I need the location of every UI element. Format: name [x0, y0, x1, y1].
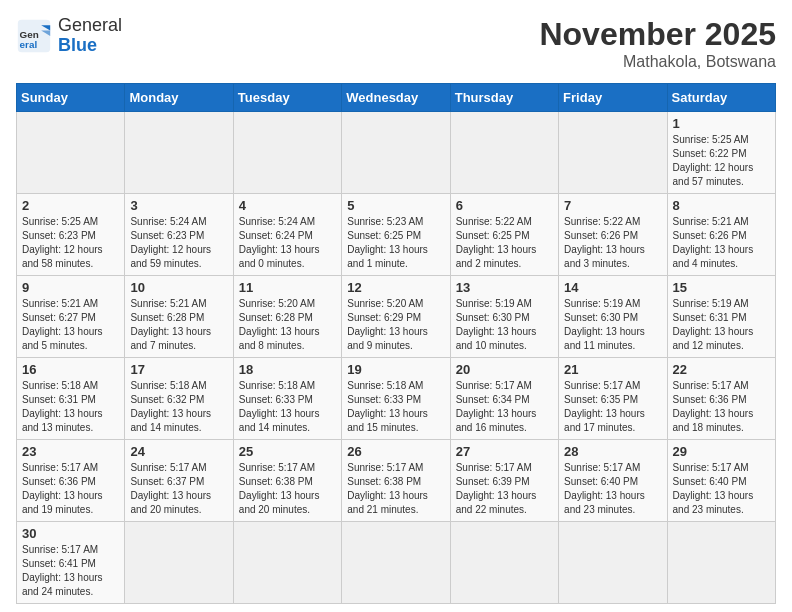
- empty-cell: [342, 112, 450, 194]
- header-monday: Monday: [125, 84, 233, 112]
- calendar-row-4: 16 Sunrise: 5:18 AM Sunset: 6:31 PM Dayl…: [17, 358, 776, 440]
- header-wednesday: Wednesday: [342, 84, 450, 112]
- svg-text:eral: eral: [20, 38, 38, 49]
- calendar-row-5: 23 Sunrise: 5:17 AM Sunset: 6:36 PM Dayl…: [17, 440, 776, 522]
- day-8: 8 Sunrise: 5:21 AM Sunset: 6:26 PM Dayli…: [667, 194, 775, 276]
- logo: Gen eral General Blue: [16, 16, 122, 56]
- empty-cell: [125, 112, 233, 194]
- day-13: 13 Sunrise: 5:19 AM Sunset: 6:30 PM Dayl…: [450, 276, 558, 358]
- logo-icon: Gen eral: [16, 18, 52, 54]
- calendar-row-2: 2 Sunrise: 5:25 AM Sunset: 6:23 PM Dayli…: [17, 194, 776, 276]
- empty-cell: [233, 522, 341, 604]
- day-18: 18 Sunrise: 5:18 AM Sunset: 6:33 PM Dayl…: [233, 358, 341, 440]
- empty-cell: [450, 522, 558, 604]
- calendar-row-6: 30 Sunrise: 5:17 AM Sunset: 6:41 PM Dayl…: [17, 522, 776, 604]
- calendar-row-3: 9 Sunrise: 5:21 AM Sunset: 6:27 PM Dayli…: [17, 276, 776, 358]
- day-7: 7 Sunrise: 5:22 AM Sunset: 6:26 PM Dayli…: [559, 194, 667, 276]
- day-21: 21 Sunrise: 5:17 AM Sunset: 6:35 PM Dayl…: [559, 358, 667, 440]
- day-22: 22 Sunrise: 5:17 AM Sunset: 6:36 PM Dayl…: [667, 358, 775, 440]
- day-19: 19 Sunrise: 5:18 AM Sunset: 6:33 PM Dayl…: [342, 358, 450, 440]
- day-27: 27 Sunrise: 5:17 AM Sunset: 6:39 PM Dayl…: [450, 440, 558, 522]
- day-12: 12 Sunrise: 5:20 AM Sunset: 6:29 PM Dayl…: [342, 276, 450, 358]
- empty-cell: [342, 522, 450, 604]
- day-11: 11 Sunrise: 5:20 AM Sunset: 6:28 PM Dayl…: [233, 276, 341, 358]
- day-30: 30 Sunrise: 5:17 AM Sunset: 6:41 PM Dayl…: [17, 522, 125, 604]
- day-1: 1 Sunrise: 5:25 AM Sunset: 6:22 PM Dayli…: [667, 112, 775, 194]
- empty-cell: [667, 522, 775, 604]
- empty-cell: [17, 112, 125, 194]
- day-15: 15 Sunrise: 5:19 AM Sunset: 6:31 PM Dayl…: [667, 276, 775, 358]
- title-block: November 2025 Mathakola, Botswana: [539, 16, 776, 71]
- day-3: 3 Sunrise: 5:24 AM Sunset: 6:23 PM Dayli…: [125, 194, 233, 276]
- page-header: Gen eral General Blue November 2025 Math…: [16, 16, 776, 71]
- header-saturday: Saturday: [667, 84, 775, 112]
- day-20: 20 Sunrise: 5:17 AM Sunset: 6:34 PM Dayl…: [450, 358, 558, 440]
- empty-cell: [233, 112, 341, 194]
- day-4: 4 Sunrise: 5:24 AM Sunset: 6:24 PM Dayli…: [233, 194, 341, 276]
- header-tuesday: Tuesday: [233, 84, 341, 112]
- day-6: 6 Sunrise: 5:22 AM Sunset: 6:25 PM Dayli…: [450, 194, 558, 276]
- day-23: 23 Sunrise: 5:17 AM Sunset: 6:36 PM Dayl…: [17, 440, 125, 522]
- day-29: 29 Sunrise: 5:17 AM Sunset: 6:40 PM Dayl…: [667, 440, 775, 522]
- header-sunday: Sunday: [17, 84, 125, 112]
- logo-text: General Blue: [58, 16, 122, 56]
- month-title: November 2025: [539, 16, 776, 53]
- weekday-header-row: Sunday Monday Tuesday Wednesday Thursday…: [17, 84, 776, 112]
- empty-cell: [450, 112, 558, 194]
- empty-cell: [559, 112, 667, 194]
- day-17: 17 Sunrise: 5:18 AM Sunset: 6:32 PM Dayl…: [125, 358, 233, 440]
- day-28: 28 Sunrise: 5:17 AM Sunset: 6:40 PM Dayl…: [559, 440, 667, 522]
- empty-cell: [125, 522, 233, 604]
- day-14: 14 Sunrise: 5:19 AM Sunset: 6:30 PM Dayl…: [559, 276, 667, 358]
- calendar-row-1: 1 Sunrise: 5:25 AM Sunset: 6:22 PM Dayli…: [17, 112, 776, 194]
- day-24: 24 Sunrise: 5:17 AM Sunset: 6:37 PM Dayl…: [125, 440, 233, 522]
- day-9: 9 Sunrise: 5:21 AM Sunset: 6:27 PM Dayli…: [17, 276, 125, 358]
- day-5: 5 Sunrise: 5:23 AM Sunset: 6:25 PM Dayli…: [342, 194, 450, 276]
- day-25: 25 Sunrise: 5:17 AM Sunset: 6:38 PM Dayl…: [233, 440, 341, 522]
- calendar-table: Sunday Monday Tuesday Wednesday Thursday…: [16, 83, 776, 604]
- day-10: 10 Sunrise: 5:21 AM Sunset: 6:28 PM Dayl…: [125, 276, 233, 358]
- day-16: 16 Sunrise: 5:18 AM Sunset: 6:31 PM Dayl…: [17, 358, 125, 440]
- header-thursday: Thursday: [450, 84, 558, 112]
- location: Mathakola, Botswana: [539, 53, 776, 71]
- header-friday: Friday: [559, 84, 667, 112]
- day-2: 2 Sunrise: 5:25 AM Sunset: 6:23 PM Dayli…: [17, 194, 125, 276]
- empty-cell: [559, 522, 667, 604]
- day-26: 26 Sunrise: 5:17 AM Sunset: 6:38 PM Dayl…: [342, 440, 450, 522]
